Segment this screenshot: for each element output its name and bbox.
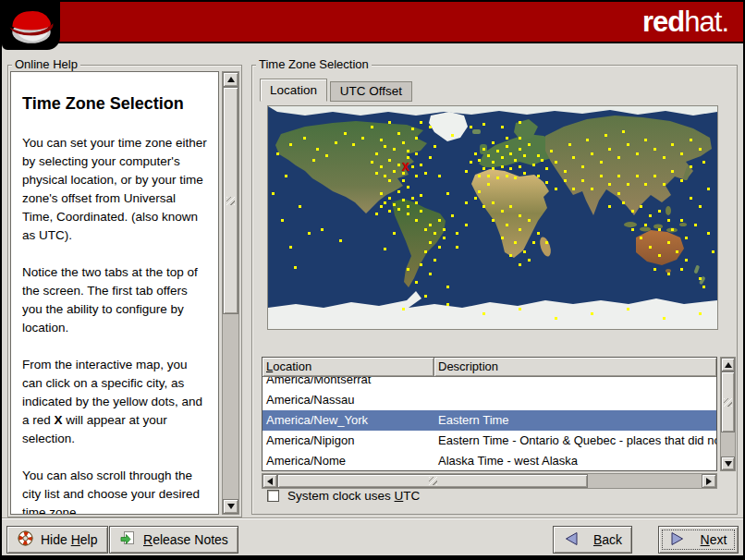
help-paragraph-4: You can also scroll through the city lis… [22, 467, 209, 515]
arrow-up-icon [227, 77, 235, 82]
online-help-label: Online Help [12, 57, 80, 71]
table-header: Location Description [263, 358, 716, 377]
scroll-down-button[interactable] [721, 457, 735, 470]
grip-icon [226, 197, 235, 205]
table-row-selected[interactable]: America/New_York Eastern Time [263, 410, 716, 431]
online-help-panel: Online Help Time Zone Selection You can … [7, 65, 242, 517]
life-preserver-icon [17, 530, 34, 550]
help-paragraph-2: Notice the two tabs at the top of the sc… [22, 263, 209, 337]
back-label: Back [593, 532, 622, 547]
table-vertical-scrollbar[interactable] [720, 357, 736, 471]
scroll-down-button[interactable] [223, 499, 238, 514]
redhat-wordmark: redhat. [642, 6, 728, 39]
arrow-right-icon [706, 478, 712, 485]
scroll-up-button[interactable] [721, 358, 735, 371]
table-row[interactable]: America/Nome Alaska Time - west Alaska [263, 451, 716, 471]
footer-separator [2, 517, 743, 519]
table-body: America/Montserrat America/Nassau Americ… [263, 377, 716, 471]
column-header-location[interactable]: Location [263, 358, 434, 377]
release-notes-label: Release Notes [143, 532, 228, 547]
city-dots-layer [268, 106, 717, 329]
timezone-panel: Time Zone Selection Location UTC Offset [251, 65, 738, 515]
scroll-right-button[interactable] [702, 474, 716, 488]
brand-rest: hat. [684, 6, 728, 38]
next-label: Next [701, 532, 727, 547]
release-notes-icon [119, 530, 137, 550]
scrollbar-thumb[interactable] [223, 87, 238, 314]
brand-bold: red [642, 6, 684, 38]
utc-checkbox[interactable] [267, 490, 279, 502]
back-arrow-icon [563, 531, 579, 549]
utc-checkbox-row: System clock uses UTC [267, 489, 420, 503]
next-arrow-icon [670, 531, 686, 549]
table-row[interactable]: America/Nassau [263, 390, 716, 410]
hide-help-label: Hide Help [41, 532, 98, 547]
tab-utc-offset[interactable]: UTC Offset [330, 81, 412, 102]
table-row[interactable]: America/Nipigon Eastern Time - Ontario &… [263, 431, 716, 451]
scroll-up-button[interactable] [223, 72, 238, 87]
column-header-description[interactable]: Description [434, 358, 716, 377]
arrow-left-icon [267, 478, 273, 485]
shadowman-icon [6, 4, 56, 49]
arrow-up-icon [725, 362, 732, 368]
back-button[interactable]: Back [553, 526, 632, 554]
help-title: Time Zone Selection [22, 94, 209, 114]
scrollbar-thumb[interactable] [721, 371, 735, 432]
help-paragraph-3: From the interactive map, you can click … [22, 356, 209, 448]
installer-window: redhat. Online Help Time Zone Selection … [0, 0, 745, 560]
grip-icon [429, 477, 437, 485]
grip-icon [724, 398, 732, 407]
table-row[interactable]: America/Montserrat [263, 377, 716, 390]
help-paragraph-1: You can set your time zone either by sel… [22, 134, 209, 245]
scroll-left-button[interactable] [263, 474, 277, 488]
timezone-table: Location Description America/Montserrat … [262, 357, 717, 471]
tab-location[interactable]: Location [260, 79, 327, 102]
next-button[interactable]: Next [658, 526, 739, 554]
hide-help-button[interactable]: Hide Help [6, 526, 108, 554]
arrow-down-icon [227, 504, 235, 509]
table-horizontal-scrollbar[interactable] [262, 473, 717, 489]
scrollbar-thumb[interactable] [277, 474, 588, 488]
arrow-down-icon [725, 461, 732, 467]
timezone-tabs: Location UTC Offset [260, 79, 412, 101]
help-scrollbar[interactable] [222, 71, 239, 515]
release-notes-button[interactable]: Release Notes [109, 526, 238, 554]
utc-checkbox-label[interactable]: System clock uses UTC [287, 489, 420, 503]
timezone-panel-label: Time Zone Selection [256, 57, 372, 71]
header-banner: redhat. [2, 2, 743, 43]
redhat-logo [2, 2, 60, 50]
world-map[interactable]: X [267, 105, 718, 330]
help-text-area: Time Zone Selection You can set your tim… [10, 71, 219, 515]
selection-marker: X [402, 161, 409, 174]
